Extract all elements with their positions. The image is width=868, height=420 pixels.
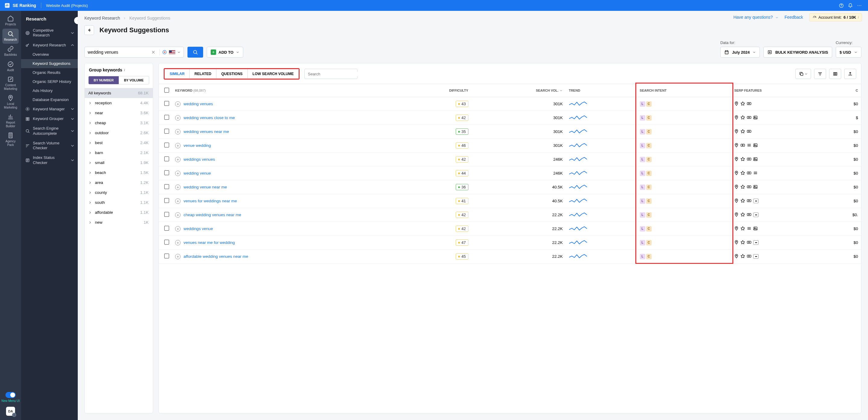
sidenav-sub-keyword-suggestions[interactable]: Keyword Suggestions: [21, 59, 78, 68]
user-avatar[interactable]: DA: [6, 407, 15, 416]
col-trend[interactable]: TREND: [566, 84, 637, 97]
expand-icon[interactable]: +: [175, 226, 181, 232]
keyword-link[interactable]: venues near me for wedding: [184, 240, 235, 245]
rail-agency-pack[interactable]: Agency Pack: [2, 130, 19, 149]
table-search-input[interactable]: [308, 72, 358, 76]
keyword-link[interactable]: wedding venue: [184, 171, 211, 176]
group-row[interactable]: outdoor2.6K: [85, 128, 153, 138]
keyword-link[interactable]: venues for weddings near me: [184, 199, 237, 203]
select-all-checkbox[interactable]: [164, 88, 169, 93]
sidenav-sub-ads-history[interactable]: Ads History: [21, 86, 78, 95]
sidenav-sub-organic-serp-history[interactable]: Organic SERP History: [21, 77, 78, 86]
type-tab-similar[interactable]: SIMILAR: [165, 69, 190, 79]
sidenav-search-volume-checker[interactable]: Search Volume Checker: [21, 139, 78, 153]
type-tab-related[interactable]: RELATED: [190, 69, 216, 79]
row-checkbox[interactable]: [164, 115, 169, 120]
col-difficulty[interactable]: DIFFICULTY: [399, 84, 471, 97]
search-button[interactable]: [187, 47, 203, 58]
sidenav-index-status-checker[interactable]: Index Status Checker: [21, 153, 78, 168]
data-for-select[interactable]: July 2024: [720, 47, 760, 58]
filter-button[interactable]: [814, 69, 826, 79]
clear-icon[interactable]: ✕: [150, 50, 157, 55]
row-checkbox[interactable]: [164, 198, 169, 203]
keyword-link[interactable]: weddings venues: [184, 157, 215, 161]
expand-icon[interactable]: +: [175, 129, 181, 134]
col-keyword[interactable]: KEYWORD (68,087): [172, 84, 399, 97]
expand-icon[interactable]: +: [175, 240, 181, 245]
rail-audit[interactable]: Audit: [2, 59, 19, 74]
rail-report-builder[interactable]: Report Builder: [2, 112, 19, 130]
row-checkbox[interactable]: [164, 101, 169, 106]
help-icon[interactable]: [837, 1, 846, 10]
group-row[interactable]: near3.6K: [85, 108, 153, 118]
sidenav-sub-overview[interactable]: Overview: [21, 50, 78, 59]
group-row[interactable]: south1.1K: [85, 198, 153, 207]
col-search-vol[interactable]: SEARCH VOL.: [471, 84, 566, 97]
sidenav-sub-database-expansion[interactable]: Database Expansion: [21, 95, 78, 104]
group-row[interactable]: small1.9K: [85, 158, 153, 168]
copy-button[interactable]: [795, 69, 811, 79]
expand-icon[interactable]: +: [175, 115, 181, 121]
expand-icon[interactable]: +: [175, 184, 181, 190]
rail-local-marketing[interactable]: Local Marketing: [2, 93, 19, 112]
expand-icon[interactable]: +: [175, 254, 181, 259]
col-search-intent[interactable]: SEARCH INTENT: [637, 84, 732, 97]
new-menu-toggle[interactable]: [5, 392, 16, 398]
export-button[interactable]: [844, 69, 856, 79]
rail-research[interactable]: Research: [2, 29, 19, 44]
expand-icon[interactable]: +: [175, 199, 181, 204]
group-row[interactable]: new1K: [85, 217, 153, 227]
type-tab-questions[interactable]: QUESTIONS: [216, 69, 248, 79]
keyword-link[interactable]: wedding venues near me: [184, 129, 229, 134]
keyword-link[interactable]: wedding venue near me: [184, 185, 227, 189]
col-cpc[interactable]: C: [828, 84, 861, 97]
group-row[interactable]: area1.2K: [85, 178, 153, 187]
row-checkbox[interactable]: [164, 226, 169, 231]
account-limit-badge[interactable]: Account limit: 6 / 10K i: [809, 13, 862, 22]
row-checkbox[interactable]: [164, 212, 169, 217]
sidenav-keyword-research[interactable]: Keyword Research: [21, 40, 78, 50]
type-tab-low-search-volume[interactable]: LOW SEARCH VOLUME: [248, 69, 299, 79]
keyword-link[interactable]: weddings venue: [184, 227, 213, 231]
expand-icon[interactable]: +: [175, 157, 181, 162]
columns-button[interactable]: [829, 69, 841, 79]
keyword-search-box[interactable]: ✕: [84, 47, 184, 58]
expand-icon[interactable]: +: [175, 101, 181, 107]
breadcrumb-parent[interactable]: Keyword Research: [84, 16, 120, 21]
sidenav-keyword-manager[interactable]: Keyword Manager: [21, 104, 78, 114]
expand-icon[interactable]: +: [175, 143, 181, 148]
row-checkbox[interactable]: [164, 156, 169, 161]
rail-content-marketing[interactable]: Content Marketing: [2, 74, 19, 93]
rail-projects[interactable]: Projects: [2, 13, 19, 29]
keyword-link[interactable]: affordable wedding venues near me: [184, 254, 248, 259]
brand-logo[interactable]: SE Ranking: [4, 2, 36, 8]
keyword-link[interactable]: venue wedding: [184, 143, 211, 148]
row-checkbox[interactable]: [164, 143, 169, 147]
keyword-input[interactable]: [88, 50, 150, 55]
topbar-subtitle[interactable]: Website Audit (Projects): [46, 3, 88, 8]
row-checkbox[interactable]: [164, 240, 169, 244]
sidenav-search-engine-autocomplete[interactable]: Search Engine Autocomplete: [21, 124, 78, 139]
search-engine-selector[interactable]: [162, 50, 181, 55]
col-serp-features[interactable]: SERP FEATURES: [731, 84, 827, 97]
sidenav-keyword-grouper[interactable]: Keyword Grouper: [21, 114, 78, 124]
group-row[interactable]: county1.1K: [85, 187, 153, 198]
keyword-link[interactable]: cheap wedding venues near me: [184, 213, 241, 217]
group-row[interactable]: affordable1.1K: [85, 207, 153, 217]
sidenav-competitive-research[interactable]: Competitive Research: [21, 26, 78, 40]
back-button[interactable]: [84, 25, 94, 35]
group-tab-by-number[interactable]: BY NUMBER: [89, 76, 119, 84]
keyword-link[interactable]: wedding venues close to me: [184, 116, 235, 120]
expand-icon[interactable]: +: [175, 212, 181, 218]
all-keywords-row[interactable]: All keywords 68.1K: [85, 88, 153, 98]
questions-link[interactable]: Have any questions?: [733, 15, 778, 20]
group-row[interactable]: beach1.5K: [85, 168, 153, 178]
row-checkbox[interactable]: [164, 170, 169, 175]
row-checkbox[interactable]: [164, 253, 169, 259]
row-checkbox[interactable]: [164, 129, 169, 133]
bulk-analysis-button[interactable]: BULK KEYWORD ANALYSIS: [764, 47, 832, 58]
feedback-link[interactable]: Feedback: [784, 15, 803, 20]
addto-button[interactable]: ADD TO: [207, 47, 243, 58]
rail-backlinks[interactable]: Backlinks: [2, 44, 19, 59]
keyword-link[interactable]: wedding venues: [184, 101, 213, 106]
